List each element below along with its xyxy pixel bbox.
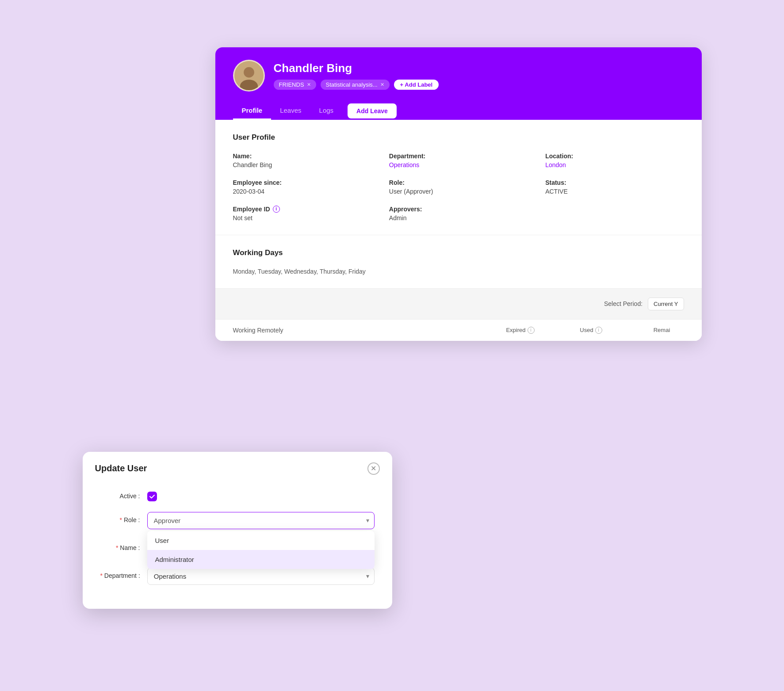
field-role: Role: User (Approver) bbox=[389, 179, 528, 195]
role-label: * Role : bbox=[100, 512, 140, 523]
modal-title: Update User bbox=[95, 463, 147, 473]
modal-close-button[interactable]: ✕ bbox=[367, 462, 380, 475]
select-period-button[interactable]: Current Y bbox=[648, 298, 684, 310]
tab-leaves[interactable]: Leaves bbox=[271, 102, 310, 120]
expired-info-icon[interactable]: i bbox=[528, 327, 535, 334]
role-select-wrap: Approver User Administrator ▾ User Admin… bbox=[147, 512, 375, 529]
modal-header: Update User ✕ bbox=[83, 452, 392, 484]
add-label-button[interactable]: + Add Label bbox=[394, 80, 439, 90]
profile-header: Chandler Bing FRIENDS ✕ Statistical anal… bbox=[215, 47, 702, 120]
role-dropdown-list: User Administrator bbox=[147, 531, 375, 569]
field-label-approvers: Approvers: bbox=[389, 206, 528, 213]
field-name: Name: Chandler Bing bbox=[233, 153, 371, 168]
field-value-status: ACTIVE bbox=[545, 188, 684, 195]
active-checkbox[interactable] bbox=[147, 492, 157, 501]
tab-profile[interactable]: Profile bbox=[233, 102, 272, 120]
col-used: Used i bbox=[574, 327, 609, 334]
section-title-user-profile: User Profile bbox=[233, 133, 684, 142]
remove-label-stat[interactable]: ✕ bbox=[380, 82, 384, 88]
field-value-employee-since: 2020-03-04 bbox=[233, 188, 371, 195]
label-statistical[interactable]: Statistical analysis... ✕ bbox=[321, 80, 390, 90]
field-value-location[interactable]: London bbox=[545, 161, 684, 168]
role-option-user[interactable]: User bbox=[147, 531, 375, 550]
active-checkbox-wrap bbox=[147, 488, 157, 501]
used-info-icon[interactable]: i bbox=[595, 327, 602, 334]
user-profile-section: User Profile Name: Chandler Bing Departm… bbox=[215, 120, 702, 235]
field-employee-id: Employee ID i Not set bbox=[233, 206, 371, 221]
tab-logs[interactable]: Logs bbox=[310, 102, 343, 120]
field-department: Department: Operations bbox=[389, 153, 528, 168]
field-value-approvers: Admin bbox=[389, 214, 528, 221]
profile-name: Chandler Bing bbox=[274, 61, 439, 75]
avatar bbox=[233, 60, 265, 92]
field-value-role: User (Approver) bbox=[389, 188, 528, 195]
profile-card: Chandler Bing FRIENDS ✕ Statistical anal… bbox=[215, 47, 702, 341]
field-label-employee-since: Employee since: bbox=[233, 179, 371, 186]
field-label-name: Name: bbox=[233, 153, 371, 160]
role-select[interactable]: Approver User Administrator bbox=[147, 512, 375, 529]
working-remotely-label: Working Remotely bbox=[233, 327, 283, 334]
remove-label-friends[interactable]: ✕ bbox=[307, 82, 311, 88]
field-value-department[interactable]: Operations bbox=[389, 161, 528, 168]
department-label: * Department : bbox=[100, 568, 140, 579]
labels-row: FRIENDS ✕ Statistical analysis... ✕ + Ad… bbox=[274, 80, 439, 90]
active-label: Active : bbox=[100, 488, 140, 500]
field-label-department: Department: bbox=[389, 153, 528, 160]
update-user-modal: Update User ✕ Active : bbox=[83, 452, 392, 609]
form-row-department: * Department : Operations ▾ bbox=[100, 568, 375, 585]
field-value-employee-id: Not set bbox=[233, 214, 371, 221]
field-label-employee-id: Employee ID i bbox=[233, 206, 371, 213]
working-days-value: Monday, Tuesday, Wednesday, Thursday, Fr… bbox=[233, 268, 684, 275]
label-friends[interactable]: FRIENDS ✕ bbox=[274, 80, 316, 90]
form-row-active: Active : bbox=[100, 488, 375, 501]
col-expired: Expired i bbox=[503, 327, 538, 334]
department-select[interactable]: Operations bbox=[147, 568, 375, 585]
col-remaining: Remai bbox=[644, 327, 680, 334]
name-label: * Name : bbox=[100, 540, 140, 551]
field-value-name: Chandler Bing bbox=[233, 161, 371, 168]
profile-name-area: Chandler Bing FRIENDS ✕ Statistical anal… bbox=[274, 61, 439, 90]
profile-nav: Profile Leaves Logs Add Leave bbox=[233, 102, 684, 120]
employee-id-info-icon[interactable]: i bbox=[273, 206, 280, 213]
field-location: Location: London bbox=[545, 153, 684, 168]
modal-body: Active : * Role : bbox=[83, 484, 392, 609]
field-label-role: Role: bbox=[389, 179, 528, 186]
form-row-role: * Role : Approver User Administrator ▾ U… bbox=[100, 512, 375, 529]
field-label-location: Location: bbox=[545, 153, 684, 160]
profile-body: User Profile Name: Chandler Bing Departm… bbox=[215, 120, 702, 341]
working-days-section: Working Days Monday, Tuesday, Wednesday,… bbox=[215, 235, 702, 288]
update-user-modal-overlay: Update User ✕ Active : bbox=[83, 452, 392, 609]
field-approvers: Approvers: Admin bbox=[389, 206, 528, 221]
department-select-wrap: Operations ▾ bbox=[147, 568, 375, 585]
svg-point-1 bbox=[244, 67, 254, 77]
role-option-administrator[interactable]: Administrator bbox=[147, 550, 375, 569]
profile-fields-grid: Name: Chandler Bing Department: Operatio… bbox=[233, 153, 684, 221]
add-leave-button[interactable]: Add Leave bbox=[348, 103, 397, 118]
field-label-status: Status: bbox=[545, 179, 684, 186]
select-period-label: Select Period: bbox=[604, 300, 642, 307]
field-employee-since: Employee since: 2020-03-04 bbox=[233, 179, 371, 195]
field-status: Status: ACTIVE bbox=[545, 179, 684, 195]
section-title-working-days: Working Days bbox=[233, 248, 684, 257]
